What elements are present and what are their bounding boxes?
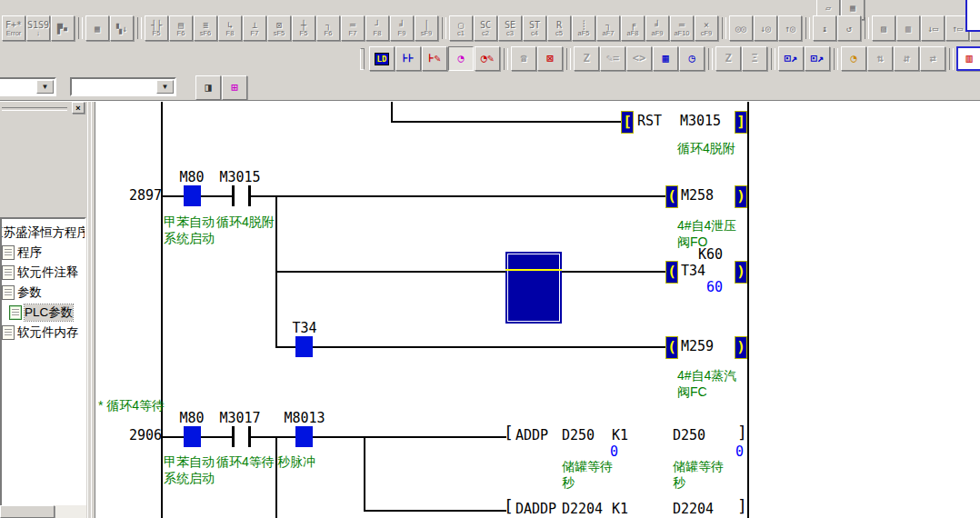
sidebar-item-item0[interactable]: 程序 — [2, 244, 42, 262]
sidebar-item-plc-parameter[interactable]: PLC参数 — [9, 304, 73, 322]
sidebar-item-item2[interactable]: 参数 — [2, 284, 42, 302]
z-gray-button[interactable]: Z — [574, 46, 599, 71]
rst-bracket-open-active[interactable]: [ — [621, 111, 634, 134]
close-icon[interactable]: × — [72, 102, 85, 114]
device-comment: 储罐等待 — [673, 459, 724, 474]
addp-instruction[interactable]: ADDP — [515, 428, 548, 443]
panel-hscrollbar[interactable] — [0, 505, 86, 518]
monitor-mode-button[interactable]: ▥ — [956, 46, 980, 71]
tree-list-button[interactable]: ▚↓ — [110, 15, 134, 41]
monitor-find-button[interactable]: ◔ — [841, 46, 866, 71]
c1-button[interactable]: ▢c1 — [449, 15, 473, 41]
z2-gray-button[interactable]: Z — [715, 46, 741, 71]
parallel-branch-button[interactable]: ≣sF6 — [194, 15, 217, 41]
contact-m8013-on[interactable] — [295, 426, 313, 447]
grid-display-button[interactable]: ▦ — [85, 15, 109, 41]
function-key-label: F6 — [325, 30, 333, 37]
corner-down-button[interactable]: ┐F6 — [316, 15, 340, 41]
coil-m259-label[interactable]: M259 — [681, 339, 714, 354]
daddp-instruction[interactable]: DADDP — [515, 502, 556, 516]
se-button[interactable]: SEc3 — [498, 15, 522, 41]
step-down-button[interactable]: ⇵ — [894, 46, 919, 71]
edit-cursor[interactable] — [505, 252, 562, 324]
contact-m3017[interactable] — [248, 426, 251, 447]
coil-paren-open-active[interactable]: ( — [665, 336, 678, 359]
block-convert-button[interactable]: ▛▪ — [51, 15, 75, 41]
scrollbar-thumb[interactable] — [0, 505, 55, 518]
panel-splitter[interactable] — [86, 102, 95, 518]
program-check-button[interactable]: F+*Error — [2, 15, 25, 41]
sidebar-item-item4[interactable]: 软元件内存 — [2, 324, 79, 342]
parallel-contact-button[interactable]: ▤F6 — [169, 15, 193, 41]
cf9-button[interactable]: ×cF9 — [695, 15, 718, 41]
instr-bracket-open: [ — [504, 499, 514, 513]
window-jump1-button[interactable]: ⊡↗ — [778, 46, 804, 71]
ladder-mode-button[interactable]: LD — [369, 46, 395, 71]
panel-grip[interactable] — [2, 107, 67, 111]
copy-stack-button[interactable]: ▥ — [896, 15, 920, 41]
three-gray-button[interactable]: Ξ — [742, 46, 767, 71]
window-grid-button[interactable]: ▦ — [653, 46, 678, 71]
find-prev-button[interactable]: ↑◎ — [778, 15, 802, 41]
horizontal-line-button[interactable]: ┼F5 — [292, 15, 315, 41]
af7-button[interactable]: ┐aF7 — [596, 15, 620, 41]
device-find-button[interactable]: ◔ — [448, 46, 474, 71]
pencil-eq-button[interactable]: ✎= — [600, 46, 625, 71]
jump-button[interactable]: ↨ — [813, 15, 836, 41]
window-jump2-button[interactable]: ⊡↗ — [805, 46, 830, 71]
step-break-button[interactable]: ⇄ — [920, 46, 945, 71]
vertical-out-button[interactable]: ↳F8 — [218, 15, 242, 41]
clock-find-button[interactable]: ◷ — [679, 46, 705, 71]
line-statement: * 循环4等待 — [98, 398, 165, 413]
coil-m258-label[interactable]: M258 — [681, 188, 714, 203]
delete-x-button[interactable]: ⊠ — [537, 46, 563, 71]
project-data-list-button[interactable]: ⊞ — [222, 75, 247, 100]
af9-button[interactable]: ╛aF9 — [645, 15, 669, 41]
st-button[interactable]: STc4 — [523, 15, 546, 41]
telephone-button[interactable]: ☎ — [511, 46, 536, 71]
sidebar-item-item1[interactable]: 软元件注释 — [2, 264, 79, 282]
step-up-button[interactable]: ⇅ — [867, 46, 893, 71]
tree-root-project[interactable]: 江苏盛泽恒方程序2 — [0, 224, 86, 242]
insert-row-button[interactable]: ↓▭ — [921, 15, 945, 41]
r-button[interactable]: Rc5 — [547, 15, 571, 41]
step-sort-button[interactable]: S1S9↓ — [26, 15, 50, 41]
contact-m3015[interactable] — [248, 185, 251, 206]
coil-paren-open-active[interactable]: ( — [665, 185, 678, 208]
device-edit-button[interactable]: ◔✎ — [475, 46, 500, 71]
comment-display-button[interactable]: ◨ — [195, 75, 221, 100]
line-write-button[interactable]: ╛F9 — [390, 15, 414, 41]
af5-button[interactable]: ┊aF5 — [572, 15, 595, 41]
select-range-button[interactable]: ▨ — [872, 15, 895, 41]
left-power-rail — [161, 102, 163, 518]
rst-instruction[interactable]: RST — [637, 114, 662, 128]
find-button[interactable]: ◎◎ — [729, 15, 753, 41]
vline-write-button[interactable]: │sF9 — [415, 15, 438, 41]
contact-m80-on[interactable] — [184, 426, 201, 447]
telephone-icon: ☎ — [520, 53, 526, 65]
sc-button[interactable]: SCc2 — [474, 15, 497, 41]
af8-button[interactable]: ╒aF8 — [621, 15, 645, 41]
af10-button[interactable]: ═aF10 — [670, 15, 694, 41]
coil-button[interactable]: ⊠sF5 — [267, 15, 291, 41]
block-convert-icon: ▛▪ — [57, 24, 68, 34]
instruction-list-button[interactable]: ⊦⊦ — [395, 46, 421, 71]
program-select-combo[interactable]: ▼ — [0, 77, 56, 96]
device-select-combo[interactable]: ▼ — [70, 77, 176, 96]
find-next-button[interactable]: ↓◎ — [754, 15, 777, 41]
compare-button[interactable]: <> — [626, 46, 652, 71]
chevron-down-icon[interactable]: ▼ — [36, 80, 54, 94]
chevron-down-icon[interactable]: ▼ — [156, 80, 174, 94]
comment-edit-button[interactable]: ⊦✎ — [422, 46, 447, 71]
contact-m80-on[interactable] — [184, 185, 201, 206]
cross-reference-button[interactable]: ↺ — [837, 15, 861, 41]
step-number-2897: 2897 — [123, 188, 162, 203]
double-line-button[interactable]: ═F7 — [341, 15, 365, 41]
coil-t34-label[interactable]: T34 — [681, 264, 705, 278]
open-contact-button[interactable]: ┤├F5 — [145, 15, 168, 41]
corner-up-button[interactable]: ┘F8 — [365, 15, 389, 41]
vertical-line-button[interactable]: ⊥F7 — [243, 15, 266, 41]
function-key-label: c1 — [457, 30, 465, 37]
toolbar-drag-handle[interactable] — [360, 48, 365, 70]
contact-t34-on[interactable] — [295, 336, 313, 357]
